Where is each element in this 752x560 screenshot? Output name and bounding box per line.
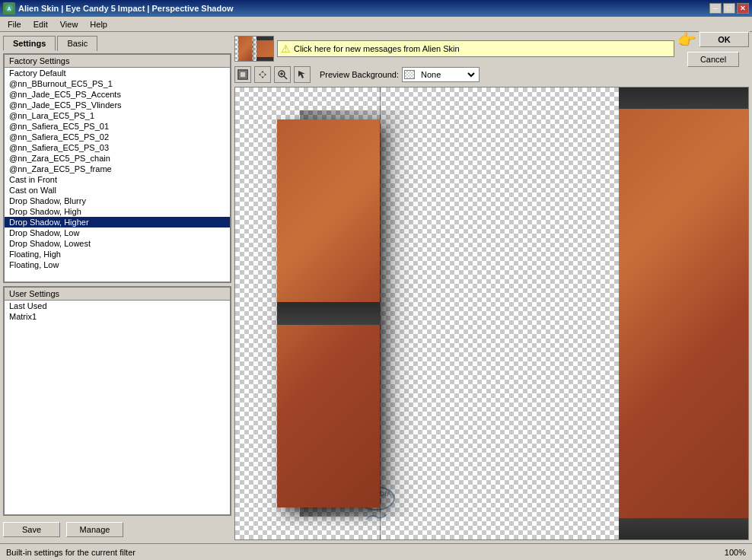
- factory-settings-list[interactable]: Factory Default@nn_BBurnout_EC5_PS_1@nn_…: [5, 68, 230, 282]
- factory-list-item[interactable]: @nn_Safiera_EC5_PS_03: [5, 142, 230, 153]
- factory-list-item[interactable]: Factory Default: [5, 68, 230, 78]
- factory-list-item[interactable]: Cast on Wall: [5, 185, 230, 196]
- preview-thumbnail: [234, 36, 274, 62]
- ok-button[interactable]: OK: [699, 32, 749, 47]
- pointing-hand-icon: 👉: [677, 30, 696, 49]
- factory-list-item[interactable]: Drop Shadow, Higher👉: [5, 217, 230, 228]
- user-settings-panel: User Settings Last UsedMatrix1: [3, 286, 231, 516]
- manage-button[interactable]: Manage: [66, 522, 123, 537]
- factory-list-item[interactable]: Drop Shadow, Lowest: [5, 238, 230, 249]
- tab-basic[interactable]: Basic: [57, 36, 97, 51]
- svg-line-5: [284, 76, 287, 79]
- user-settings-header: User Settings: [5, 288, 230, 301]
- ok-button-container: 👉 OK: [677, 30, 749, 49]
- app-icon: A: [3, 2, 15, 14]
- user-list-item[interactable]: Last Used: [5, 301, 230, 311]
- tab-bar: Settings Basic: [3, 35, 231, 50]
- tool-zoom-button[interactable]: [274, 66, 291, 83]
- toolbar: Preview Background: None White Black Cus…: [234, 65, 749, 84]
- menu-edit[interactable]: Edit: [27, 18, 54, 30]
- menu-view[interactable]: View: [54, 18, 84, 30]
- minimize-button[interactable]: ─: [709, 3, 722, 14]
- guide-line-vertical: [380, 88, 381, 539]
- factory-list-item[interactable]: @nn_Jade_EC5_PS_Vlinders: [5, 100, 230, 110]
- preview-bg-dropdown[interactable]: None White Black Custom: [416, 67, 477, 82]
- close-button[interactable]: ✕: [737, 3, 749, 14]
- factory-list-item[interactable]: @nn_Safiera_EC5_PS_02: [5, 132, 230, 142]
- thumb-bar-top: [257, 37, 273, 40]
- save-button[interactable]: Save: [3, 522, 60, 537]
- main-content: Settings Basic Factory Settings Factory …: [0, 32, 752, 543]
- factory-list-item[interactable]: @nn_BBurnout_EC5_PS_1: [5, 78, 230, 89]
- message-icon: ⚠: [281, 43, 291, 55]
- preview-bg-box: None White Black Custom: [402, 67, 480, 82]
- title-bar: A Alien Skin | Eye Candy 5 Impact | Pers…: [0, 0, 752, 17]
- factory-list-item[interactable]: @nn_Safiera_EC5_PS_01: [5, 121, 230, 132]
- status-text: Built-in settings for the current filter: [6, 548, 135, 557]
- thumbnail-content: [235, 37, 273, 61]
- factory-list-item[interactable]: Cast in Front: [5, 174, 230, 185]
- thumb-rect-left: [238, 37, 252, 61]
- right-panel: ⚠ Click here for new messages from Alien…: [234, 35, 749, 540]
- factory-list-item[interactable]: Floating, Low: [5, 259, 230, 270]
- window-title: Alien Skin | Eye Candy 5 Impact | Perspe…: [18, 4, 709, 13]
- bottom-buttons: Save Manage: [3, 519, 231, 540]
- tab-settings[interactable]: Settings: [3, 36, 56, 51]
- tool-arrow-button[interactable]: [294, 66, 311, 83]
- preview-canvas: CLAUDIALtd: [234, 87, 749, 540]
- factory-settings-panel: Factory Settings Factory Default@nn_BBur…: [3, 53, 231, 283]
- tool-select-button[interactable]: [234, 66, 251, 83]
- svg-text:A: A: [7, 6, 11, 11]
- preview-divider-bar: [277, 302, 380, 325]
- factory-list-item[interactable]: @nn_Lara_EC5_PS_1: [5, 110, 230, 121]
- right-top-bar: ⚠ Click here for new messages from Alien…: [234, 35, 749, 62]
- preview-bg-swatch: [404, 70, 415, 79]
- preview-right-rectangle: [619, 88, 748, 539]
- thumb-bar-bottom: [257, 57, 273, 61]
- preview-right-bottom-bar: [619, 518, 748, 539]
- menu-file[interactable]: File: [2, 18, 27, 30]
- preview-background-label: Preview Background:: [320, 70, 399, 79]
- factory-list-item[interactable]: Floating, High: [5, 249, 230, 259]
- cancel-button[interactable]: Cancel: [687, 52, 739, 67]
- factory-list-item[interactable]: Drop Shadow, Blurry: [5, 196, 230, 206]
- status-bar: Built-in settings for the current filter…: [0, 543, 752, 560]
- menu-bar: File Edit View Help: [0, 17, 752, 32]
- factory-list-item[interactable]: @nn_Jade_EC5_PS_Accents: [5, 89, 230, 100]
- factory-list-item[interactable]: @nn_Zara_EC5_PS_frame: [5, 164, 230, 174]
- factory-list-item[interactable]: Drop Shadow, High: [5, 206, 230, 217]
- user-list-item[interactable]: Matrix1: [5, 311, 230, 322]
- left-panel: Settings Basic Factory Settings Factory …: [3, 35, 231, 540]
- factory-list-item[interactable]: Drop Shadow, Low: [5, 228, 230, 238]
- svg-rect-3: [240, 72, 246, 78]
- factory-list-item[interactable]: @nn_Zara_EC5_PS_chain: [5, 153, 230, 164]
- factory-settings-header: Factory Settings: [5, 55, 230, 68]
- message-text: Click here for new messages from Alien S…: [294, 44, 460, 53]
- ok-cancel-area: 👉 OK Cancel: [677, 30, 749, 67]
- message-bar[interactable]: ⚠ Click here for new messages from Alien…: [277, 40, 674, 57]
- preview-right-top-bar: [619, 88, 748, 109]
- tool-move-button[interactable]: [254, 66, 271, 83]
- menu-help[interactable]: Help: [84, 18, 113, 30]
- window-controls: ─ □ ✕: [709, 3, 749, 14]
- maximize-button[interactable]: □: [723, 3, 735, 14]
- zoom-level: 100%: [725, 548, 746, 557]
- user-settings-list[interactable]: Last UsedMatrix1: [5, 301, 230, 514]
